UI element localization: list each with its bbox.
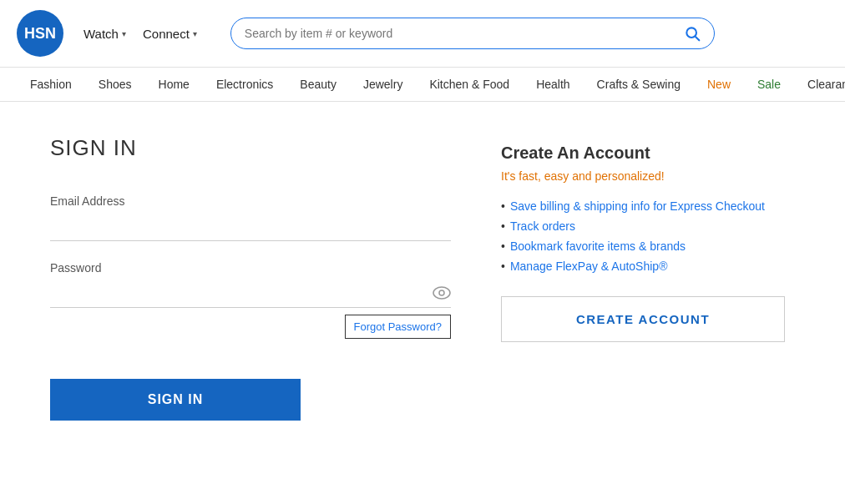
password-wrapper [50,280,451,308]
create-account-subtitle: It's fast, easy and personalized! [501,169,785,183]
search-button[interactable] [684,25,701,42]
benefit-item-4: Manage FlexPay & AutoShip® [501,260,785,273]
nav-item-beauty[interactable]: Beauty [286,68,350,101]
benefit-item-2: Track orders [501,219,785,233]
email-label: Email Address [50,194,451,208]
email-form-group: Email Address [50,194,451,241]
search-icon [684,25,701,42]
password-form-group: Password Forgot Password? [50,261,451,339]
signin-section: SIGN IN Email Address Password Forgot Pa… [50,135,451,421]
nav-item-kitchen[interactable]: Kitchen & Food [416,68,523,101]
password-label: Password [50,261,451,275]
forgot-password-link[interactable]: Forgot Password? [345,315,452,339]
watch-chevron-icon: ▾ [122,29,126,38]
benefit-item-3: Bookmark favorite items & brands [501,239,785,253]
connect-label: Connect [143,27,190,41]
watch-label: Watch [83,27,119,41]
benefits-list: Save billing & shipping info for Express… [501,199,785,273]
nav-item-crafts[interactable]: Crafts & Sewing [584,68,694,101]
create-account-button[interactable]: CREATE ACCOUNT [501,296,785,342]
nav-item-new[interactable]: New [694,68,744,101]
main-content: SIGN IN Email Address Password Forgot Pa… [0,102,845,454]
benefit-item-1: Save billing & shipping info for Express… [501,199,785,213]
nav-item-home[interactable]: Home [145,68,203,101]
search-input[interactable] [245,27,684,40]
email-input[interactable] [50,213,451,241]
nav-item-sale[interactable]: Sale [744,68,794,101]
nav-item-shoes[interactable]: Shoes [85,68,145,101]
nav-item-fashion[interactable]: Fashion [17,68,85,101]
nav-item-clearance[interactable]: Clearance [794,68,845,101]
header-nav: Watch ▾ Connect ▾ [77,23,204,44]
create-account-section: Create An Account It's fast, easy and pe… [501,135,785,421]
password-input[interactable] [50,280,451,308]
signin-button[interactable]: SIGN IN [50,379,301,421]
svg-line-1 [696,37,699,40]
forgot-password-container: Forgot Password? [50,315,451,339]
nav-item-health[interactable]: Health [523,68,583,101]
nav-item-electronics[interactable]: Electronics [203,68,286,101]
signin-title: SIGN IN [50,135,451,161]
nav-item-jewelry[interactable]: Jewelry [350,68,416,101]
toggle-password-icon[interactable] [433,286,451,304]
main-nav: Fashion Shoes Home Electronics Beauty Je… [0,68,845,102]
svg-point-0 [686,28,696,38]
create-account-title: Create An Account [501,144,785,163]
header: HSN Watch ▾ Connect ▾ [0,0,845,68]
search-bar [230,18,715,49]
watch-nav-item[interactable]: Watch ▾ [77,23,133,44]
connect-nav-item[interactable]: Connect ▾ [136,23,204,44]
svg-point-2 [433,287,450,299]
hsn-logo[interactable]: HSN [17,10,63,57]
svg-point-3 [439,290,444,295]
connect-chevron-icon: ▾ [193,29,197,38]
